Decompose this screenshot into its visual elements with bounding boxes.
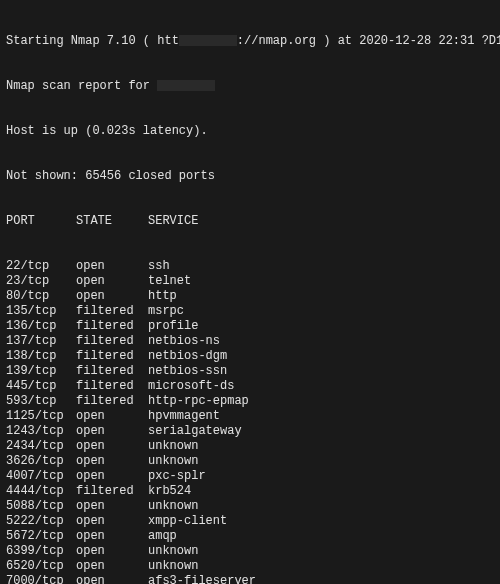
- banner-part-a: Starting Nmap 7.10 ( htt: [6, 34, 179, 48]
- scan-report-prefix: Nmap scan report for: [6, 79, 157, 93]
- port-row: 2434/tcpopenunknown: [6, 439, 494, 454]
- state-cell: filtered: [76, 484, 148, 499]
- port-row: 5222/tcpopenxmpp-client: [6, 514, 494, 529]
- service-cell: pxc-splr: [148, 469, 206, 484]
- state-cell: filtered: [76, 379, 148, 394]
- port-row: 3626/tcpopenunknown: [6, 454, 494, 469]
- port-row: 22/tcpopenssh: [6, 259, 494, 274]
- port-cell: 137/tcp: [6, 334, 76, 349]
- state-cell: open: [76, 574, 148, 584]
- port-cell: 2434/tcp: [6, 439, 76, 454]
- port-cell: 5222/tcp: [6, 514, 76, 529]
- port-cell: 445/tcp: [6, 379, 76, 394]
- port-cell: 22/tcp: [6, 259, 76, 274]
- port-cell: 6520/tcp: [6, 559, 76, 574]
- state-cell: open: [76, 529, 148, 544]
- service-cell: netbios-ssn: [148, 364, 227, 379]
- state-cell: open: [76, 514, 148, 529]
- state-cell: open: [76, 274, 148, 289]
- column-headers: PORTSTATESERVICE: [6, 214, 494, 229]
- service-cell: unknown: [148, 544, 198, 559]
- port-cell: 7000/tcp: [6, 574, 76, 584]
- state-cell: open: [76, 469, 148, 484]
- port-row: 23/tcpopentelnet: [6, 274, 494, 289]
- service-cell: telnet: [148, 274, 191, 289]
- port-row: 136/tcpfilteredprofile: [6, 319, 494, 334]
- col-port: PORT: [6, 214, 76, 229]
- service-cell: afs3-fileserver: [148, 574, 256, 584]
- service-cell: msrpc: [148, 304, 184, 319]
- port-row: 6520/tcpopenunknown: [6, 559, 494, 574]
- state-cell: filtered: [76, 364, 148, 379]
- service-cell: amqp: [148, 529, 177, 544]
- service-cell: krb524: [148, 484, 191, 499]
- port-row: 593/tcpfilteredhttp-rpc-epmap: [6, 394, 494, 409]
- service-cell: profile: [148, 319, 198, 334]
- scan-report-line: Nmap scan report for: [6, 79, 494, 94]
- port-row: 138/tcpfilterednetbios-dgm: [6, 349, 494, 364]
- state-cell: open: [76, 544, 148, 559]
- service-cell: microsoft-ds: [148, 379, 234, 394]
- state-cell: open: [76, 424, 148, 439]
- port-list: 22/tcpopenssh23/tcpopentelnet80/tcpopenh…: [6, 259, 494, 584]
- port-cell: 593/tcp: [6, 394, 76, 409]
- port-cell: 5672/tcp: [6, 529, 76, 544]
- port-row: 5088/tcpopenunknown: [6, 499, 494, 514]
- port-cell: 1243/tcp: [6, 424, 76, 439]
- service-cell: netbios-ns: [148, 334, 220, 349]
- redacted-block: [157, 80, 215, 91]
- state-cell: open: [76, 439, 148, 454]
- service-cell: http-rpc-epmap: [148, 394, 249, 409]
- redacted-block: [179, 35, 237, 46]
- port-row: 4444/tcpfilteredkrb524: [6, 484, 494, 499]
- port-cell: 1125/tcp: [6, 409, 76, 424]
- port-cell: 139/tcp: [6, 364, 76, 379]
- port-cell: 3626/tcp: [6, 454, 76, 469]
- port-cell: 5088/tcp: [6, 499, 76, 514]
- service-cell: serialgateway: [148, 424, 242, 439]
- port-row: 1125/tcpopenhpvmmagent: [6, 409, 494, 424]
- state-cell: open: [76, 454, 148, 469]
- port-row: 137/tcpfilterednetbios-ns: [6, 334, 494, 349]
- state-cell: filtered: [76, 319, 148, 334]
- port-cell: 135/tcp: [6, 304, 76, 319]
- port-row: 139/tcpfilterednetbios-ssn: [6, 364, 494, 379]
- port-row: 6399/tcpopenunknown: [6, 544, 494, 559]
- col-state: STATE: [76, 214, 148, 229]
- service-cell: unknown: [148, 454, 198, 469]
- service-cell: ssh: [148, 259, 170, 274]
- state-cell: filtered: [76, 304, 148, 319]
- nmap-banner: Starting Nmap 7.10 ( htt://nmap.org ) at…: [6, 34, 494, 49]
- state-cell: filtered: [76, 349, 148, 364]
- port-cell: 23/tcp: [6, 274, 76, 289]
- port-row: 7000/tcpopenafs3-fileserver: [6, 574, 494, 584]
- state-cell: open: [76, 499, 148, 514]
- port-row: 4007/tcpopenpxc-splr: [6, 469, 494, 484]
- port-row: 5672/tcpopenamqp: [6, 529, 494, 544]
- not-shown-line: Not shown: 65456 closed ports: [6, 169, 494, 184]
- banner-part-b: ://nmap.org ) at 2020-12-28 22:31 ?D1ú±ê…: [237, 34, 500, 48]
- port-cell: 6399/tcp: [6, 544, 76, 559]
- port-row: 135/tcpfilteredmsrpc: [6, 304, 494, 319]
- port-cell: 136/tcp: [6, 319, 76, 334]
- state-cell: filtered: [76, 334, 148, 349]
- port-cell: 4444/tcp: [6, 484, 76, 499]
- service-cell: unknown: [148, 439, 198, 454]
- port-row: 1243/tcpopenserialgateway: [6, 424, 494, 439]
- service-cell: xmpp-client: [148, 514, 227, 529]
- state-cell: open: [76, 409, 148, 424]
- state-cell: open: [76, 289, 148, 304]
- port-row: 445/tcpfilteredmicrosoft-ds: [6, 379, 494, 394]
- service-cell: netbios-dgm: [148, 349, 227, 364]
- service-cell: http: [148, 289, 177, 304]
- state-cell: open: [76, 559, 148, 574]
- port-cell: 138/tcp: [6, 349, 76, 364]
- service-cell: unknown: [148, 559, 198, 574]
- state-cell: open: [76, 259, 148, 274]
- terminal-output: Starting Nmap 7.10 ( htt://nmap.org ) at…: [0, 0, 500, 584]
- port-cell: 4007/tcp: [6, 469, 76, 484]
- service-cell: unknown: [148, 499, 198, 514]
- port-cell: 80/tcp: [6, 289, 76, 304]
- host-status: Host is up (0.023s latency).: [6, 124, 494, 139]
- port-row: 80/tcpopenhttp: [6, 289, 494, 304]
